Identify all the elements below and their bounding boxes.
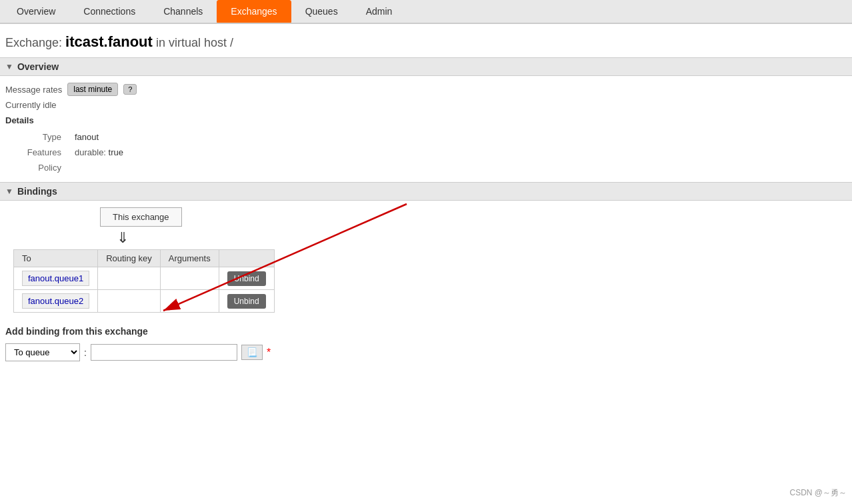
durable-value: true xyxy=(109,147,123,157)
unbind-cell-1: Unbind xyxy=(219,267,274,290)
message-rates-label: Message rates xyxy=(5,85,62,95)
unbind-cell-2: Unbind xyxy=(219,290,274,313)
currently-idle-text: Currently idle xyxy=(5,100,847,110)
durable-key: durable: xyxy=(75,147,106,157)
type-label: Type xyxy=(19,129,72,145)
tab-connections[interactable]: Connections xyxy=(69,0,149,23)
bindings-section-label: Bindings xyxy=(17,186,57,197)
down-arrow-symbol: ⇓ xyxy=(117,229,847,247)
bindings-table: To Routing key Arguments fanout.queue1 U… xyxy=(13,249,275,313)
help-badge[interactable]: ? xyxy=(123,84,137,95)
features-label: Features xyxy=(19,145,72,160)
add-binding-section: Add binding from this exchange To queueT… xyxy=(0,319,852,368)
details-type-row: Type fanout xyxy=(19,129,131,145)
add-binding-title: Add binding from this exchange xyxy=(5,326,847,337)
queue-cell-1: fanout.queue1 xyxy=(14,267,98,290)
page-header: Exchange: itcast.fanout in virtual host … xyxy=(0,24,852,57)
details-table: Type fanout Features durable: true Polic… xyxy=(19,129,131,175)
last-minute-badge[interactable]: last minute xyxy=(67,83,118,96)
tab-exchanges[interactable]: Exchanges xyxy=(217,0,291,23)
bindings-table-header-row: To Routing key Arguments xyxy=(14,250,275,267)
to-queue-select[interactable]: To queueTo exchange xyxy=(5,343,80,361)
col-to: To xyxy=(14,250,98,267)
details-features-row: Features durable: true xyxy=(19,145,131,160)
features-value: durable: true xyxy=(72,145,131,160)
routing-key-cell-2 xyxy=(98,290,161,313)
unbind-button-2[interactable]: Unbind xyxy=(227,294,266,309)
header-suffix: in virtual host / xyxy=(156,36,233,49)
colon-separator: : xyxy=(84,347,87,358)
tab-admin[interactable]: Admin xyxy=(352,0,407,23)
table-row: fanout.queue2 Unbind xyxy=(14,290,275,313)
required-star: * xyxy=(267,347,271,359)
queue-link-1[interactable]: fanout.queue1 xyxy=(22,271,89,286)
routing-key-cell-1 xyxy=(98,267,161,290)
overview-section-header[interactable]: ▼ Overview xyxy=(0,57,852,76)
tab-overview[interactable]: Overview xyxy=(3,0,69,23)
this-exchange-box: This exchange xyxy=(100,207,182,227)
input-icon-button[interactable]: 📃 xyxy=(241,345,263,360)
bindings-collapse-arrow: ▼ xyxy=(5,187,13,196)
queue-link-2[interactable]: fanout.queue2 xyxy=(22,293,89,309)
policy-value xyxy=(72,160,131,175)
col-arguments: Arguments xyxy=(160,250,219,267)
bindings-wrapper: This exchange ⇓ To Routing key Arguments… xyxy=(0,201,852,319)
col-action xyxy=(219,250,274,267)
message-rates-row: Message rates last minute ? xyxy=(5,83,847,96)
col-routing-key: Routing key xyxy=(98,250,161,267)
overview-collapse-arrow: ▼ xyxy=(5,62,13,71)
bindings-body: This exchange ⇓ To Routing key Arguments… xyxy=(0,201,852,319)
bindings-section-header[interactable]: ▼ Bindings xyxy=(0,182,852,201)
arguments-cell-1 xyxy=(160,267,219,290)
details-policy-row: Policy xyxy=(19,160,131,175)
tab-queues[interactable]: Queues xyxy=(291,0,352,23)
nav-tabs: Overview Connections Channels Exchanges … xyxy=(0,0,852,24)
tab-channels[interactable]: Channels xyxy=(149,0,217,23)
header-prefix: Exchange: xyxy=(5,36,62,49)
arguments-cell-2 xyxy=(160,290,219,313)
overview-section-label: Overview xyxy=(17,61,59,72)
exchange-name: itcast.fanout xyxy=(65,33,153,50)
binding-queue-input[interactable] xyxy=(91,344,237,361)
details-label: Details xyxy=(5,115,847,125)
policy-label: Policy xyxy=(19,160,72,175)
table-row: fanout.queue1 Unbind xyxy=(14,267,275,290)
overview-section-body: Message rates last minute ? Currently id… xyxy=(0,76,852,182)
queue-cell-2: fanout.queue2 xyxy=(14,290,98,313)
unbind-button-1[interactable]: Unbind xyxy=(227,271,266,286)
add-binding-row: To queueTo exchange : 📃 * xyxy=(5,343,847,361)
type-value: fanout xyxy=(72,129,131,145)
